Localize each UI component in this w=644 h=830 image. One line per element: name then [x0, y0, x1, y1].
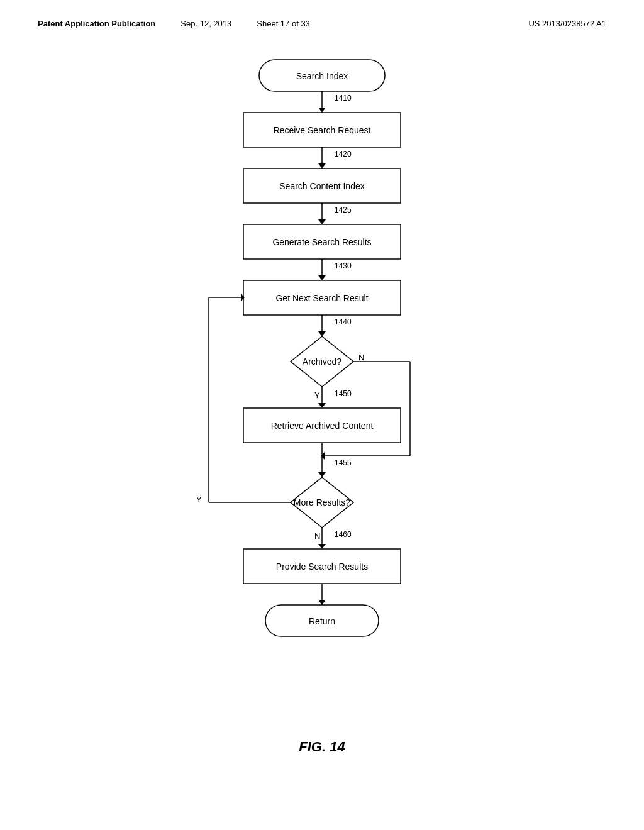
figure-caption: FIG. 14	[0, 739, 644, 755]
step-1420: Search Content Index	[279, 181, 364, 191]
label-1420: 1420	[335, 150, 352, 158]
no-label-1440: N	[358, 353, 364, 362]
step-1455: More Results?	[294, 497, 350, 507]
step-1460: Provide Search Results	[276, 562, 368, 572]
page: Patent Application Publication Sep. 12, …	[0, 0, 644, 830]
sheet-info: Sheet 17 of 33	[257, 19, 310, 28]
header: Patent Application Publication Sep. 12, …	[0, 0, 644, 28]
label-1430: 1430	[335, 262, 352, 270]
svg-marker-25	[318, 472, 326, 477]
step-1450: Retrieve Archived Content	[271, 421, 374, 431]
svg-marker-8	[318, 219, 326, 224]
patent-number: US 2013/0238572 A1	[528, 19, 606, 28]
label-1455: 1455	[335, 458, 352, 467]
label-1410: 1410	[335, 94, 352, 102]
label-1460: 1460	[335, 530, 352, 539]
end-label: Return	[309, 616, 335, 626]
step-1410: Receive Search Request	[274, 125, 371, 135]
svg-marker-14	[318, 331, 326, 336]
label-1440: 1440	[335, 318, 352, 326]
step-1430: Get Next Search Result	[275, 293, 368, 303]
label-1450: 1450	[335, 389, 352, 398]
no-label-1455-down: N	[314, 531, 320, 541]
step-1425: Generate Search Results	[272, 237, 371, 247]
svg-marker-17	[318, 403, 326, 408]
svg-marker-11	[318, 275, 326, 280]
publication-date: Sep. 12, 2013	[180, 19, 231, 28]
publication-title: Patent Application Publication	[38, 19, 155, 28]
flowchart-svg: Search Index 1410 Receive Search Request…	[158, 53, 486, 733]
start-label: Search Index	[296, 71, 348, 81]
step-1440: Archived?	[303, 357, 341, 367]
svg-marker-5	[318, 163, 326, 169]
yes-label-1455: Y	[196, 495, 202, 504]
yes-label-1440: Y	[314, 390, 320, 400]
svg-marker-32	[318, 544, 326, 549]
svg-marker-22	[321, 452, 325, 460]
svg-marker-35	[318, 600, 326, 605]
label-1425: 1425	[335, 206, 352, 214]
svg-marker-2	[318, 108, 326, 113]
